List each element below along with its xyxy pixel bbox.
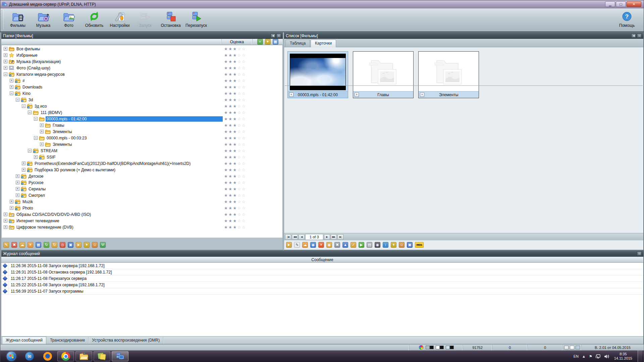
tree-item[interactable]: −Kino★★★☆☆ [2,90,282,97]
log-row[interactable]: 11:56:39 2015-11-07 Запуск программы [1,288,643,295]
tree-item[interactable]: +Русское★★★☆☆ [2,179,282,186]
rating-stars[interactable]: ★★★☆☆ [223,98,282,102]
tree-item-label[interactable]: 3d [28,97,223,103]
expand-toggle-icon[interactable]: + [22,168,25,172]
tree-item[interactable]: +Photo★★★☆☆ [2,205,282,211]
folder-edit-icon[interactable]: ✎ [3,242,9,248]
tree-item[interactable]: +Интернет телевидение★★★☆☆ [2,218,282,224]
tree-item[interactable]: +Элементы★★★☆☆ [2,141,282,147]
close-button[interactable]: ✕ [627,1,641,7]
tree-item[interactable]: +Сериалы★★★☆☆ [2,186,282,192]
toolbar-button-photo[interactable]: Фото [56,9,82,31]
rating-stars[interactable]: ★★★☆☆ [223,187,282,191]
expand-card-icon[interactable]: + [289,93,293,97]
rating-stars[interactable]: ★★★☆☆ [223,155,282,160]
tree-item-label[interactable]: Элементы [52,142,223,147]
tree-item-label[interactable]: Цифровое телевидение (DVB) [15,225,223,230]
rating-stars[interactable]: ★★★☆☆ [223,199,282,204]
tree-item-label[interactable]: 00003.mpls - 01:42:00 [46,116,223,122]
expand-toggle-icon[interactable]: + [16,187,19,191]
message-column-header[interactable]: Сообщение [1,257,643,262]
tree-item[interactable]: −00003.mpls - 01:42:00★★★☆☆ [2,116,282,122]
tree-item-label[interactable]: Главы [52,123,223,128]
tree-item-label[interactable]: Образы CD/SACD/DVD/DVD-A/BD (ISO) [15,212,223,217]
tree-item-label[interactable]: Элементы [52,129,223,134]
media-card[interactable]: +Главы [353,51,414,98]
tree-item[interactable]: +Цифровое телевидение (DVB)★★★☆☆ [2,224,282,230]
tree-item-label[interactable]: SSIF [46,155,223,160]
expand-toggle-icon[interactable]: + [10,85,13,89]
expand-card-icon[interactable]: + [420,93,424,97]
tree-item-label[interactable]: Избранные [15,53,223,58]
expand-toggle-icon[interactable]: + [4,60,7,63]
tree-item[interactable]: +Muzik★★★☆☆ [2,198,282,205]
folder-open-icon[interactable]: ► [286,242,292,248]
tree-item-label[interactable]: Каталоги медиа-ресурсов [15,72,223,77]
expand-toggle-icon[interactable]: − [22,104,25,108]
tree-item-label[interactable]: Photo [21,205,223,211]
prev-page-button[interactable]: ◀ [299,234,305,240]
sort-up-icon[interactable]: ▲ [342,242,348,248]
log-row[interactable]: 11:25:22 2015-11-08 Запуск сервера [192.… [1,282,643,288]
rating-stars[interactable]: ★★★☆☆ [223,91,282,96]
tree-item[interactable]: −00000.mpls - 00:03:23★★★☆☆ [2,135,282,141]
bottom-tab-transcoding[interactable]: Транскодирование [47,337,89,344]
tree-item[interactable]: +Downloads★★★☆☆ [2,84,282,90]
tree-item[interactable]: +Подборка 3D роликов (+ Демо с вылетами)… [2,167,282,173]
tree-item[interactable]: +Фото (Слайд-шоу)★★★☆☆ [2,65,282,71]
publish-icon[interactable]: ▤ [367,242,372,248]
pin-icon[interactable]: ⊙ [276,34,281,38]
transcode-icon[interactable]: ↕ [383,242,388,248]
rating-stars[interactable]: ★★★☆☆ [223,225,282,230]
tree-item[interactable]: +SSIF★★★☆☆ [2,154,282,160]
tree-item-label[interactable]: Фото (Слайд-шоу) [15,65,223,71]
rating-stars[interactable]: ★★★☆☆ [223,136,282,140]
tree-item[interactable]: +Избранные★★★☆☆ [2,52,282,58]
folder-gear-icon[interactable]: ◉ [326,242,332,248]
expand-toggle-icon[interactable]: + [16,181,19,184]
expand-toggle-icon[interactable]: + [4,53,7,57]
rating-stars[interactable]: ★★★☆☆ [223,148,282,153]
lifebuoy-icon[interactable]: ◎ [60,242,65,248]
expand-toggle-icon[interactable]: + [40,123,44,127]
log-row[interactable]: 11:26:31 2015-11-08 Остановка сервера [1… [1,269,643,276]
tree-item[interactable]: +Музыка (Визуализация)★★★☆☆ [2,58,282,65]
folder-cloud-icon[interactable]: ☁ [19,242,25,248]
rating-stars[interactable]: ★★★☆☆ [223,193,282,198]
rating-stars[interactable]: ★★★☆☆ [223,212,282,217]
tree-item[interactable]: −111 (BDMV)★★★☆☆ [2,109,282,116]
rating-column-header[interactable]: Оценка [222,39,253,45]
toolbar-button-stop[interactable]: Остановка [158,9,183,31]
tree-item[interactable]: −3d★★★☆☆ [2,97,282,103]
folder-check-icon[interactable]: ✓ [351,242,356,248]
action-center-flag-icon[interactable]: ⚑ [589,354,592,359]
tab-cards[interactable]: Карточки [311,40,336,47]
toolbar-button-help[interactable]: ?Помощь [614,9,640,31]
rating-stars[interactable]: ★★★☆☆ [223,168,282,172]
tree-item[interactable]: −3д исо★★★☆☆ [2,103,282,109]
imdb-icon[interactable]: IMDb [415,242,424,248]
sound-icon[interactable]: ◉ [375,242,380,248]
rating-stars[interactable]: ★★★☆☆ [223,53,282,58]
tools-icon[interactable]: ✖ [334,242,340,248]
burst-icon[interactable]: ☀ [318,242,324,248]
rating-stars[interactable]: ★★★☆☆ [223,129,282,134]
gear-info-icon[interactable]: ◉ [310,242,316,248]
log-row[interactable]: 11:26:36 2015-11-08 Запуск сервера [192.… [1,263,643,269]
folder-sync-icon[interactable]: ↻ [52,242,57,248]
edit-page-icon[interactable]: ✎ [294,242,300,248]
bottom-tab-log[interactable]: Журнал сообщений [2,337,46,344]
expand-toggle-icon[interactable]: + [40,142,44,146]
users-icon[interactable]: ☺ [399,242,405,248]
maximize-button[interactable]: ▢ [616,1,626,7]
rating-stars[interactable]: ★★★☆☆ [223,104,282,109]
weather-icon[interactable]: ☀ [28,242,33,248]
expand-toggle-icon[interactable]: + [10,206,13,210]
expand-toggle-icon[interactable]: + [40,130,44,133]
rating-stars[interactable]: ★★★☆☆ [223,72,282,77]
add-media-icon[interactable]: + [257,39,263,45]
rating-stars[interactable]: ★★★☆☆ [223,142,282,147]
key-icon[interactable]: ✦ [391,242,396,248]
rating-stars[interactable]: ★★★☆☆ [223,59,282,64]
tree-item-label[interactable]: Downloads [21,84,223,90]
